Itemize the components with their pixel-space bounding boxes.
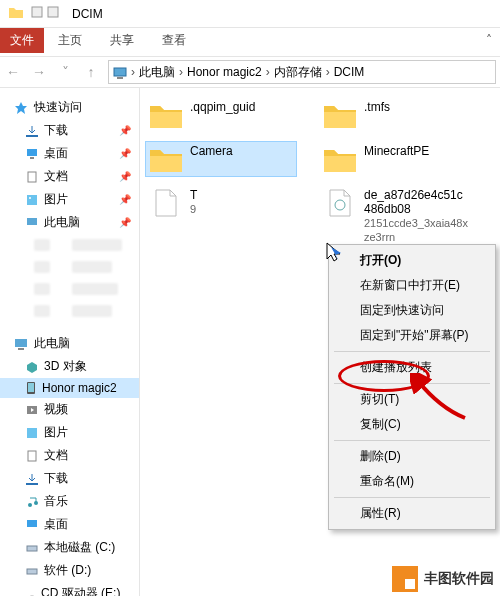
svg-point-26 (27, 596, 35, 597)
pin-icon: 📌 (119, 194, 131, 205)
sidebar-item-label: 桌面 (44, 516, 68, 533)
sidebar-item-downloads2[interactable]: 下载 (0, 467, 139, 490)
file-name: .qqpim_guid (190, 100, 255, 114)
file-item[interactable]: T9 (146, 186, 296, 260)
tab-view[interactable]: 查看 (148, 28, 200, 53)
sidebar-item-drive-c[interactable]: 本地磁盘 (C:) (0, 536, 139, 559)
tab-file[interactable]: 文件 (0, 28, 44, 53)
svg-rect-23 (27, 520, 37, 527)
sidebar-item-documents2[interactable]: 文档 (0, 444, 139, 467)
tab-home[interactable]: 主页 (44, 28, 96, 53)
ctx-rename[interactable]: 重命名(M) (332, 469, 492, 494)
ctx-copy[interactable]: 复制(C) (332, 412, 492, 437)
qat-item[interactable] (46, 5, 60, 22)
svg-rect-15 (28, 383, 34, 392)
svg-rect-18 (27, 428, 37, 438)
ctx-new-window[interactable]: 在新窗口中打开(E) (332, 273, 492, 298)
sidebar-item-drive-d[interactable]: 软件 (D:) (0, 559, 139, 582)
svg-point-22 (34, 501, 38, 505)
crumb-folder[interactable]: DCIM (334, 65, 365, 79)
folder-item[interactable]: MinecraftPE (320, 142, 470, 176)
ctx-playlist[interactable]: 创建播放列表 (332, 355, 492, 380)
desktop-icon (26, 519, 38, 531)
svg-rect-2 (114, 68, 126, 76)
ctx-separator (334, 383, 490, 384)
folder-icon (8, 5, 24, 22)
tab-share[interactable]: 共享 (96, 28, 148, 53)
file-sub: 2151ccde3_3xaia48xze3rrn (364, 216, 468, 244)
sidebar-item-thispc[interactable]: 此电脑📌 (0, 211, 139, 234)
sidebar-item-device[interactable]: Honor magic2 (0, 378, 139, 398)
sidebar-item-blurred[interactable] (0, 278, 139, 300)
sidebar-label: 此电脑 (34, 335, 70, 352)
ctx-open[interactable]: 打开(O) (332, 248, 492, 273)
document-icon (26, 450, 38, 462)
nav-dropdown-icon[interactable]: ˅ (52, 64, 78, 80)
sidebar-item-label: 3D 对象 (44, 358, 87, 375)
sidebar-item-desktop2[interactable]: 桌面 (0, 513, 139, 536)
chevron-right-icon[interactable]: › (179, 65, 183, 79)
sidebar-item-cd[interactable]: CD 驱动器 (E:) HiSuite (0, 582, 139, 596)
sidebar-item-music[interactable]: 音乐 (0, 490, 139, 513)
sidebar-item-pictures[interactable]: 图片📌 (0, 188, 139, 211)
folder-item-selected[interactable]: Camera (146, 142, 296, 176)
cursor-icon (325, 241, 345, 263)
sidebar-item-blurred[interactable] (0, 234, 139, 256)
svg-point-21 (28, 503, 32, 507)
picture-icon (26, 427, 38, 439)
pin-icon: 📌 (119, 125, 131, 136)
sidebar-item-desktop[interactable]: 桌面📌 (0, 142, 139, 165)
pc-icon (113, 65, 127, 79)
chevron-right-icon[interactable]: › (131, 65, 135, 79)
ribbon-tabs: 文件 主页 共享 查看 ˄ (0, 28, 500, 52)
ctx-pin-start[interactable]: 固定到"开始"屏幕(P) (332, 323, 492, 348)
sidebar-item-documents[interactable]: 文档📌 (0, 165, 139, 188)
ctx-properties[interactable]: 属性(R) (332, 501, 492, 526)
sidebar-item-label: CD 驱动器 (E:) HiSuite (41, 585, 133, 596)
crumb-pc[interactable]: 此电脑 (139, 64, 175, 81)
crumb-device[interactable]: Honor magic2 (187, 65, 262, 79)
picture-icon (26, 194, 38, 206)
svg-rect-3 (117, 77, 123, 79)
sidebar-item-blurred[interactable] (0, 256, 139, 278)
chevron-right-icon[interactable]: › (266, 65, 270, 79)
folder-item[interactable]: .tmfs (320, 98, 470, 132)
crumb-storage[interactable]: 内部存储 (274, 64, 322, 81)
pin-icon: 📌 (119, 217, 131, 228)
nav-back-icon[interactable]: ← (0, 64, 26, 80)
ctx-delete[interactable]: 删除(D) (332, 444, 492, 469)
sidebar-item-label: 音乐 (44, 493, 68, 510)
sidebar-item-label: 桌面 (44, 145, 68, 162)
svg-rect-19 (28, 451, 36, 461)
svg-rect-24 (27, 546, 37, 551)
address-bar[interactable]: › 此电脑 › Honor magic2 › 内部存储 › DCIM (108, 60, 496, 84)
sidebar-item-label: 下载 (44, 470, 68, 487)
qat-item[interactable] (30, 5, 44, 22)
sidebar-item-blurred[interactable] (0, 300, 139, 322)
svg-point-10 (29, 197, 31, 199)
nav-up-icon[interactable]: ↑ (78, 64, 104, 80)
pc-icon (14, 338, 28, 350)
disc-icon (26, 595, 35, 597)
sidebar-item-downloads[interactable]: 下载📌 (0, 119, 139, 142)
file-name: .tmfs (364, 100, 390, 114)
sidebar-item-label: 下载 (44, 122, 68, 139)
sidebar-this-pc[interactable]: 此电脑 (0, 332, 139, 355)
ribbon-collapse-icon[interactable]: ˄ (486, 33, 492, 47)
folder-item[interactable]: .qqpim_guid (146, 98, 296, 132)
ctx-pin-quick[interactable]: 固定到快速访问 (332, 298, 492, 323)
content-pane[interactable]: .qqpim_guid .tmfs Camera MinecraftPE T9 … (140, 88, 500, 596)
ctx-cut[interactable]: 剪切(T) (332, 387, 492, 412)
ctx-separator (334, 351, 490, 352)
sidebar-quick-access[interactable]: 快速访问 (0, 96, 139, 119)
music-icon (26, 496, 38, 508)
sidebar-item-videos[interactable]: 视频 (0, 398, 139, 421)
sidebar-item-label: Honor magic2 (42, 381, 117, 395)
chevron-right-icon[interactable]: › (326, 65, 330, 79)
file-sub: 9 (190, 202, 197, 216)
nav-fwd-icon[interactable]: → (26, 64, 52, 80)
file-name: T (190, 188, 197, 202)
sidebar-item-3d[interactable]: 3D 对象 (0, 355, 139, 378)
pin-icon: 📌 (119, 148, 131, 159)
sidebar-item-pictures2[interactable]: 图片 (0, 421, 139, 444)
